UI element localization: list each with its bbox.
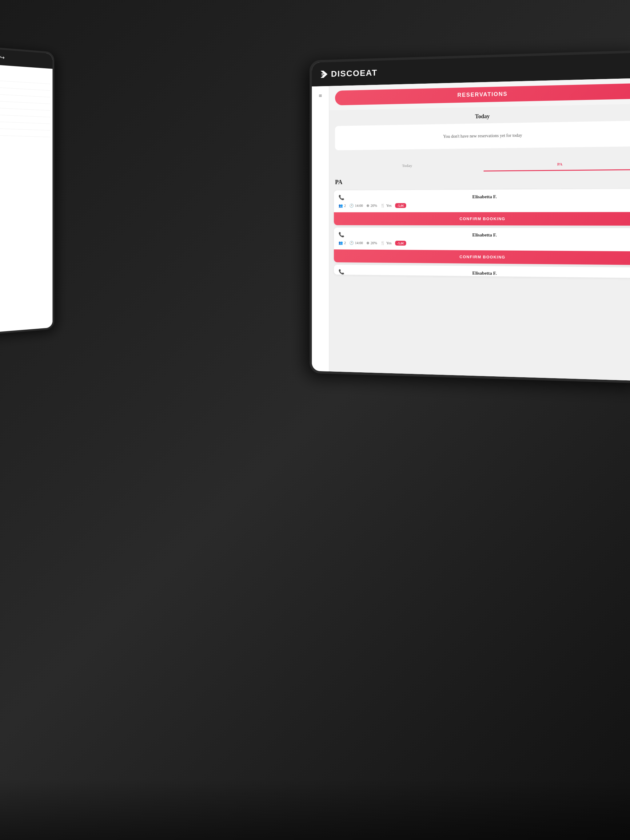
today-empty-box: You don't have new reservations yet for … xyxy=(335,121,630,150)
menu-value: Yes xyxy=(386,203,392,208)
booking-time: 14:00 xyxy=(355,241,363,245)
list-item-details-link[interactable]: Details xyxy=(0,123,50,128)
reservations-button[interactable]: RESERVATIONS xyxy=(335,83,630,106)
today-section: Today You don't have new reservations ye… xyxy=(329,104,630,161)
logout-icon[interactable]: ↪ xyxy=(0,54,5,61)
clock-icon: 🕐 xyxy=(350,241,354,245)
tab-past[interactable]: PA xyxy=(484,158,630,172)
brand-name: DISCOEAT xyxy=(331,68,377,79)
confirm-booking-button[interactable]: CONFIRM BOOKING xyxy=(334,249,630,265)
today-empty-message: You don't have new reservations yet for … xyxy=(443,133,522,139)
list-item-details-link[interactable]: Details xyxy=(0,117,50,122)
booking-customer-name: Elisabetta F. xyxy=(345,194,630,200)
booking-card-header: 📞 Elisabetta F. ? xyxy=(339,193,630,201)
booking-card: 📞 Elisabetta F. ? xyxy=(334,265,630,278)
svg-rect-1 xyxy=(321,73,326,74)
booking-card-header: 📞 Elisabetta F. ? xyxy=(339,232,630,238)
guests-count: 2 xyxy=(344,204,346,208)
booking-customer-name: Elisabetta F. xyxy=(345,232,630,238)
list-item-details-link[interactable]: Details xyxy=(0,109,50,115)
booking-customer-name: Elisabetta F. xyxy=(345,269,630,278)
brand-logo: DISCOEAT xyxy=(321,68,377,79)
guests-icon: 👥 xyxy=(339,240,343,245)
sidebar: ≡ xyxy=(312,86,329,371)
booking-details: 👥 2 🕐 14:00 ⊗ 20% xyxy=(339,240,630,247)
discount-icon: ⊗ xyxy=(366,203,369,208)
discount-detail: ⊗ 20% xyxy=(366,241,377,245)
price-badge: -5,0€ xyxy=(395,203,406,208)
menu-value: Yes xyxy=(386,241,392,245)
booking-card: 📞 Elisabetta F. ? 👥 2 🕐 xyxy=(334,227,630,265)
booking-time: 14:00 xyxy=(355,203,363,208)
discount-value: 20% xyxy=(371,203,377,208)
svg-marker-0 xyxy=(321,70,328,78)
guests-icon: 👥 xyxy=(339,204,343,208)
discount-value: 20% xyxy=(371,241,377,245)
guests-detail: 👥 2 xyxy=(339,240,346,245)
menu-detail: 🍴 Yes xyxy=(380,241,391,245)
list-item-details-link[interactable]: Details xyxy=(0,103,50,109)
list-item-details-link[interactable]: Details xyxy=(0,75,50,82)
guests-count: 2 xyxy=(344,241,346,245)
discount-detail: ⊗ 20% xyxy=(366,203,377,208)
hamburger-menu[interactable]: ≡ xyxy=(319,92,322,99)
menu-detail: 🍴 Yes xyxy=(380,203,391,208)
time-detail: 🕐 14:00 xyxy=(350,241,363,245)
phone-icon: 📞 xyxy=(339,232,345,238)
booking-details: 👥 2 🕐 14:00 ⊗ 20% xyxy=(339,203,630,208)
menu-icon: 🍴 xyxy=(380,241,385,245)
booking-card: 📞 Elisabetta F. ? 👥 2 🕐 xyxy=(334,189,630,226)
menu-icon: 🍴 xyxy=(380,203,385,208)
filter-bar: aff ▼ xyxy=(0,67,50,75)
right-tablet: DISCOEAT ≡ RESERVATIONS xyxy=(309,50,630,384)
content-area[interactable]: Today You don't have new reservations ye… xyxy=(329,104,630,381)
clock-icon: 🕐 xyxy=(350,204,354,208)
discount-icon: ⊗ xyxy=(366,241,369,245)
shadow-floor xyxy=(0,778,630,840)
svg-rect-2 xyxy=(321,74,324,75)
confirm-booking-button[interactable]: CONFIRM BOOKING xyxy=(334,212,630,226)
app-body: ≡ RESERVATIONS Today You don't xyxy=(312,78,630,381)
scene: ⌂ | ↪ aff ▼ Details Details Details xyxy=(0,0,630,840)
phone-icon: 📞 xyxy=(339,195,345,201)
main-panel: RESERVATIONS Today You don't have new re… xyxy=(329,78,630,381)
phone-icon: 📞 xyxy=(339,269,345,275)
guests-detail: 👥 2 xyxy=(339,204,346,208)
left-tablet-content: aff ▼ Details Details Details Details De… xyxy=(0,64,52,333)
price-badge: -5,0€ xyxy=(395,241,406,246)
list-item-details-link[interactable]: Details xyxy=(0,130,50,135)
today-title: Today xyxy=(335,110,630,122)
brand-icon xyxy=(321,70,328,78)
left-tablet: ⌂ | ↪ aff ▼ Details Details Details xyxy=(0,46,54,335)
tab-today[interactable]: Today xyxy=(335,159,481,173)
list-item-details-link[interactable]: Details xyxy=(0,96,50,102)
booking-card-header: 📞 Elisabetta F. ? xyxy=(339,269,630,278)
time-detail: 🕐 14:00 xyxy=(350,203,363,208)
past-section-header: PA xyxy=(329,172,630,188)
